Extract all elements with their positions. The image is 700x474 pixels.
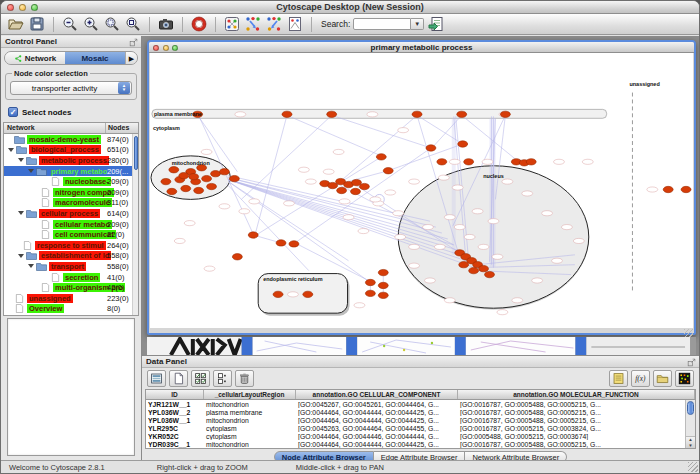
network-graph[interactable]: plasma membranecytoplasmmitochondrionnuc… — [150, 53, 693, 328]
network-node[interactable] — [365, 290, 375, 296]
table-row[interactable]: YLR295Ccytoplasm[GO:0045263, GO:0044464,… — [146, 424, 695, 432]
network-node[interactable] — [485, 271, 495, 277]
network-node[interactable] — [229, 175, 239, 181]
network-overview-icon[interactable] — [223, 15, 241, 33]
tree-item-unassigned[interactable]: unassigned223(0) — [4, 293, 138, 304]
network-node[interactable] — [426, 145, 436, 151]
network-node[interactable] — [351, 188, 361, 194]
table-row[interactable]: YJR121W__1mitochondrion[GO:0045267, GO:0… — [146, 400, 695, 408]
network-node[interactable] — [376, 154, 386, 160]
network-node[interactable] — [359, 183, 369, 189]
window-resize-grip[interactable] — [688, 462, 698, 472]
table-row[interactable]: YKR052Ccytoplasm[GO:0044464, GO:0044446,… — [146, 432, 695, 440]
network-node[interactable] — [207, 183, 217, 189]
float-panel-icon[interactable] — [129, 38, 138, 47]
tree-item-transport[interactable]: transport558(0) — [4, 261, 138, 272]
unselect-attributes-icon[interactable] — [213, 370, 232, 387]
zoom-fit-icon[interactable] — [124, 15, 142, 33]
network-node[interactable] — [282, 111, 292, 117]
minimize-window-icon[interactable] — [19, 4, 26, 11]
zoom-selected-icon[interactable] — [103, 15, 121, 33]
layout-icon[interactable] — [244, 15, 262, 33]
search-dropdown-button[interactable]: ▼ — [411, 18, 424, 30]
expand-arrow-icon[interactable] — [28, 264, 34, 268]
network-node[interactable] — [303, 291, 313, 297]
network-node[interactable] — [289, 241, 299, 247]
network-node[interactable] — [181, 185, 191, 191]
network-node[interactable] — [464, 159, 474, 165]
tree-item-cellular-process[interactable]: cellular process614(0) — [4, 208, 138, 219]
network-window-resize-grip[interactable] — [684, 329, 693, 337]
tree-item-primary-metabo[interactable]: primary metabo209(... — [4, 166, 138, 177]
tree-item-cellular-metabo[interactable]: cellular metabo209(0) — [4, 219, 138, 230]
network-node[interactable] — [383, 168, 393, 174]
close-window-icon[interactable] — [7, 4, 14, 11]
function-builder-icon[interactable]: f(x) — [631, 370, 650, 387]
tab-mosaic[interactable]: Mosaic — [65, 52, 125, 64]
network-node[interactable] — [458, 141, 468, 147]
network-edge[interactable] — [388, 144, 462, 171]
tree-item-metabolic-process[interactable]: metabolic process280(0) — [4, 155, 138, 166]
network-view-window[interactable]: primary metabolic process plasma membran… — [147, 40, 696, 335]
select-nodes-checkbox[interactable]: ✓ — [8, 107, 18, 117]
network-edge[interactable] — [287, 115, 381, 156]
network-node[interactable] — [459, 262, 469, 268]
column-header-annotation-go-molecular-function[interactable]: annotation.GO MOLECULAR_FUNCTION — [458, 390, 695, 399]
table-row[interactable]: YPL036W__1mitochondrion[GO:0044464, GO:0… — [146, 416, 695, 424]
delete-attribute-icon[interactable] — [235, 370, 254, 387]
select-attributes-icon[interactable] — [191, 370, 210, 387]
expand-arrow-icon[interactable] — [18, 211, 24, 215]
node-color-dropdown[interactable]: transporter activity ▲▼ — [10, 81, 132, 95]
search-input[interactable] — [353, 18, 411, 30]
import-attributes-icon[interactable] — [427, 15, 445, 33]
network-node[interactable] — [479, 265, 489, 271]
tree-item-biological-process[interactable]: biological_process651(0) — [4, 145, 138, 156]
network-node[interactable] — [219, 169, 229, 175]
zoom-in-icon[interactable] — [82, 15, 100, 33]
network-node[interactable] — [469, 267, 479, 273]
open-file-icon[interactable] — [7, 15, 25, 33]
network-edge[interactable] — [255, 115, 287, 234]
network-edge[interactable] — [228, 182, 370, 283]
import-attributes-file-icon[interactable] — [653, 370, 672, 387]
network-node[interactable] — [337, 187, 347, 193]
table-scrollbar-thumb[interactable] — [687, 401, 694, 415]
network-node[interactable] — [378, 269, 388, 275]
tree-column-nodes[interactable]: Nodes — [106, 123, 138, 133]
tree-scrollbar-thumb[interactable] — [134, 136, 138, 170]
network-node[interactable] — [194, 187, 204, 193]
tab-network[interactable]: Network — [5, 52, 65, 64]
tree-scrollbar[interactable] — [132, 134, 138, 315]
new-attribute-icon[interactable] — [169, 370, 188, 387]
tree-item-mosaic-demo-yeast[interactable]: mosaic-demo-yeast874(0) — [4, 134, 138, 145]
network-node[interactable] — [232, 254, 242, 260]
table-row[interactable]: YDR039C__1mitochondrion[GO:0044464, GO:0… — [146, 440, 695, 448]
tree-item-nucleobase-[interactable]: nucleobase-209(0) — [4, 176, 138, 187]
tree-item-nitrogen-compo[interactable]: nitrogen compo209(0) — [4, 187, 138, 198]
network-node[interactable] — [189, 173, 199, 179]
inner-minimize-icon[interactable] — [163, 45, 169, 51]
more-tabs-button[interactable]: ▶ — [125, 52, 137, 64]
expand-arrow-icon[interactable] — [18, 158, 24, 162]
expand-arrow-icon[interactable] — [28, 169, 34, 173]
tree-item-cell-communicat[interactable]: cell communicat22(0) — [4, 229, 138, 240]
column-header--cellularlayoutregion[interactable]: _cellularLayoutRegion — [204, 390, 296, 399]
network-canvas[interactable]: plasma membranecytoplasmmitochondrionnuc… — [150, 53, 693, 328]
network-window-titlebar[interactable]: primary metabolic process — [149, 42, 694, 53]
network-node[interactable] — [412, 111, 422, 117]
attribute-matrix-icon[interactable] — [675, 370, 694, 387]
network-node[interactable] — [167, 188, 177, 194]
vizmapper-icon[interactable] — [286, 15, 304, 33]
table-scrollbar-arrows[interactable]: ▲▼ — [686, 436, 695, 448]
traffic-lights[interactable] — [7, 4, 38, 11]
network-node[interactable] — [663, 186, 673, 192]
network-node[interactable] — [211, 171, 221, 177]
tree-item-macromolecule[interactable]: macromolecule311(0) — [4, 198, 138, 209]
inner-close-icon[interactable] — [153, 45, 159, 51]
tree-item-establishment-of-lo[interactable]: establishment of lo558(0) — [4, 251, 138, 262]
float-data-panel-icon[interactable] — [687, 358, 696, 367]
tree-column-network[interactable]: Network — [4, 123, 106, 133]
inner-zoom-icon[interactable] — [172, 45, 178, 51]
snapshot-icon[interactable] — [157, 15, 175, 33]
title-bar[interactable]: Cytoscape Desktop (New Session) — [1, 1, 699, 14]
